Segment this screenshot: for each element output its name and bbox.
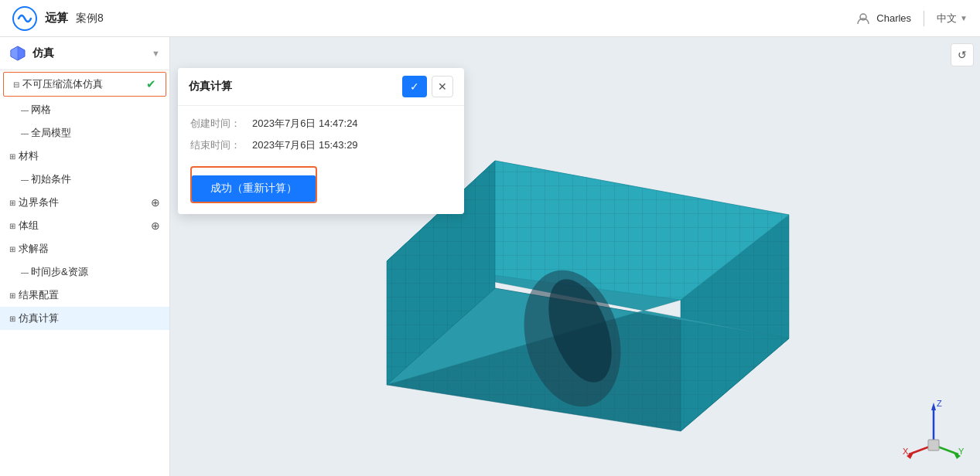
sidebar-item-global-model[interactable]: — 全局模型: [0, 121, 169, 144]
sidebar-item-sim-root[interactable]: ⊟ 不可压缩流体仿真 ✔: [4, 73, 166, 96]
sidebar-item-material[interactable]: ⊞ 材料: [0, 144, 169, 168]
dialog-actions: ✓ ✕: [402, 76, 453, 97]
dash-icon: —: [19, 266, 31, 278]
end-time-value: 2023年7月6日 15:43:29: [252, 138, 358, 152]
sidebar-item-boundary[interactable]: ⊞ 边界条件 ⊕: [0, 191, 169, 214]
svg-text:Z: Z: [937, 399, 942, 408]
end-time-row: 结束时间： 2023年7月6日 15:43:29: [190, 138, 452, 152]
app-logo-icon: [12, 6, 37, 31]
user-icon: [856, 12, 870, 26]
expand-icon: ⊞: [6, 150, 19, 162]
dialog-close-button[interactable]: ✕: [432, 76, 453, 97]
sidebar-header-left: 仿真: [9, 45, 54, 62]
sidebar: 仿真 ▼ ⊟ 不可压缩流体仿真 ✔ — 网格 — 全局模型 ⊞ 材料: [0, 37, 170, 476]
expand-icon: ⊞: [6, 289, 19, 301]
add-body-group-icon[interactable]: ⊕: [151, 219, 160, 232]
expand-icon: ⊟: [10, 78, 22, 90]
sidebar-item-body-group[interactable]: ⊞ 体组 ⊕: [0, 214, 169, 237]
create-time-row: 创建时间： 2023年7月6日 14:47:24: [190, 117, 452, 131]
expand-icon: ⊞: [6, 312, 19, 325]
sidebar-chevron-icon[interactable]: ▼: [152, 49, 160, 58]
user-name[interactable]: Charles: [876, 12, 911, 24]
end-time-label: 结束时间：: [190, 138, 252, 152]
dialog-title: 仿真计算: [189, 80, 232, 94]
sidebar-item-sim-calc[interactable]: ⊞ 仿真计算: [0, 307, 169, 330]
app-header: 远算 案例8 Charles 中文 ▼: [0, 0, 980, 37]
axes-indicator: Z Y X: [903, 399, 965, 461]
header-divider: [924, 11, 924, 26]
create-time-value: 2023年7月6日 14:47:24: [252, 117, 358, 131]
dialog-body: 创建时间： 2023年7月6日 14:47:24 结束时间： 2023年7月6日…: [178, 106, 464, 214]
sidebar-item-result-config[interactable]: ⊞ 结果配置: [0, 284, 169, 307]
recalc-button[interactable]: 成功（重新计算）: [192, 175, 316, 202]
sidebar-item-label: 不可压缩流体仿真: [22, 77, 143, 91]
sidebar-title: 仿真: [32, 46, 54, 60]
logo-text: 远算: [45, 11, 68, 26]
dialog-header: 仿真计算 ✓ ✕: [178, 68, 464, 106]
sidebar-item-solver[interactable]: ⊞ 求解器: [0, 237, 169, 260]
expand-icon: ⊞: [6, 196, 19, 209]
svg-text:X: X: [903, 447, 909, 456]
dash-icon: —: [19, 104, 31, 116]
svg-marker-16: [931, 403, 936, 410]
refresh-button[interactable]: ↺: [951, 43, 974, 66]
svg-text:Y: Y: [958, 447, 965, 456]
language-selector[interactable]: 中文 ▼: [937, 12, 968, 26]
expand-icon: ⊞: [6, 219, 19, 232]
create-time-label: 创建时间：: [190, 117, 252, 131]
dialog-confirm-button[interactable]: ✓: [402, 76, 427, 97]
main-layout: 仿真 ▼ ⊟ 不可压缩流体仿真 ✔ — 网格 — 全局模型 ⊞ 材料: [0, 37, 980, 476]
svg-marker-3: [11, 46, 18, 60]
header-right: Charles 中文 ▼: [856, 11, 968, 26]
dash-icon: —: [19, 173, 31, 185]
check-icon: ✔: [146, 77, 156, 91]
sidebar-header: 仿真 ▼: [0, 37, 169, 70]
sidebar-item-init-cond[interactable]: — 初始条件: [0, 168, 169, 191]
cube-icon: [9, 45, 26, 62]
sidebar-item-mesh[interactable]: — 网格: [0, 98, 169, 121]
svg-rect-24: [928, 440, 939, 450]
dash-icon: —: [19, 127, 31, 139]
sidebar-item-timestep[interactable]: — 时间步&资源: [0, 260, 169, 284]
add-boundary-icon[interactable]: ⊕: [151, 196, 160, 209]
viewport: ↺: [170, 37, 980, 476]
chevron-down-icon: ▼: [960, 14, 968, 22]
refresh-icon: ↺: [958, 49, 967, 61]
expand-icon: ⊞: [6, 243, 19, 255]
case-label: 案例8: [76, 12, 104, 26]
header-left: 远算 案例8: [12, 6, 104, 31]
sim-calc-dialog: 仿真计算 ✓ ✕ 创建时间： 2023年7月6日 14:47:24 结束时间： …: [178, 68, 464, 214]
